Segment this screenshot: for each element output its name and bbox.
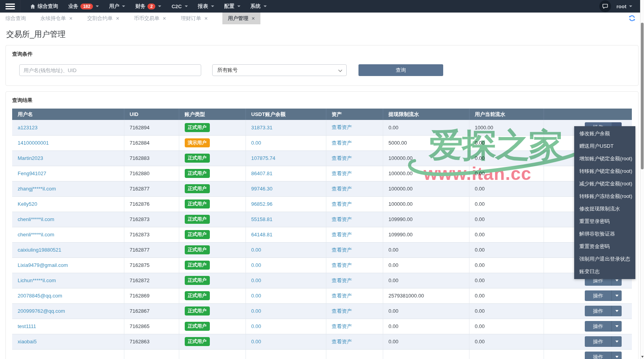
view-assets-link[interactable]: 查看资产	[332, 155, 352, 161]
asset-cell: 查看资产	[326, 288, 383, 303]
nav-item-users[interactable]: 用户	[104, 0, 130, 13]
view-assets-link[interactable]: 查看资产	[332, 323, 352, 329]
tab-4[interactable]: 理财订单✕	[181, 13, 208, 24]
usdt-balance-link[interactable]: 86407.81	[251, 170, 273, 176]
refresh-icon[interactable]	[629, 15, 635, 23]
usdt-balance-link[interactable]: 0.00	[251, 247, 261, 253]
action-button[interactable]: 操作	[585, 306, 611, 316]
action-caret-button[interactable]	[611, 352, 622, 359]
action-caret-button[interactable]	[611, 290, 622, 301]
username-link[interactable]: zhangj*****il.com	[18, 186, 56, 192]
current-flow-cell: 0.00	[469, 150, 544, 166]
view-assets-link[interactable]: 查看资产	[332, 247, 352, 253]
usdt-balance-link[interactable]: 0.00	[251, 323, 261, 329]
tab-1[interactable]: 永续持仓单✕	[40, 13, 73, 24]
user-menu[interactable]: root	[617, 4, 632, 9]
username-link[interactable]: Martin2023	[18, 155, 43, 161]
action-button[interactable]: 操作	[585, 336, 611, 347]
view-assets-link[interactable]: 查看资产	[332, 201, 352, 207]
action-menu-item-8[interactable]: 解绑谷歌验证器	[574, 228, 635, 240]
action-menu-item-2[interactable]: 增加账户锁定金额(root)	[574, 152, 635, 165]
usdt-balance-link[interactable]: 0.00	[251, 277, 261, 283]
username-link[interactable]: Feng941027	[18, 170, 46, 176]
nav-item-finance[interactable]: 财务2	[130, 0, 166, 13]
action-button[interactable]: 操作	[585, 290, 611, 301]
username-link[interactable]: chenli*****il.com	[18, 216, 54, 222]
action-menu-item-10[interactable]: 强制用户退出登录状态	[574, 253, 635, 265]
username-link[interactable]: 20078845@qq.com	[18, 293, 62, 299]
usdt-balance-link[interactable]: 0.00	[251, 262, 261, 268]
close-icon[interactable]: ✕	[204, 16, 208, 21]
chat-button[interactable]	[599, 0, 611, 12]
username-link[interactable]: test1111	[18, 323, 36, 329]
username-link[interactable]: 14100000001	[18, 140, 49, 146]
action-menu-item-4[interactable]: 减少账户锁定金额(root)	[574, 178, 635, 190]
username-link[interactable]: Lixia9479@gmail.com	[18, 262, 68, 268]
view-assets-link[interactable]: 查看资产	[332, 262, 352, 268]
close-icon[interactable]: ✕	[69, 16, 73, 21]
action-caret-button[interactable]	[611, 306, 622, 316]
action-button[interactable]: 操作	[585, 352, 611, 359]
usdt-balance-link[interactable]: 0.00	[251, 339, 261, 344]
view-assets-link[interactable]: 查看资产	[332, 216, 352, 222]
uid-cell: 7162875	[124, 257, 179, 273]
action-menu-item-11[interactable]: 账变日志	[574, 265, 635, 278]
view-assets-link[interactable]: 查看资产	[332, 308, 352, 314]
action-button[interactable]: 操作	[585, 321, 611, 332]
tab-5[interactable]: 用户管理✕	[222, 13, 260, 24]
usdt-balance-link[interactable]: 96852.96	[251, 201, 273, 207]
username-link[interactable]: Lichun*****il.com	[18, 277, 56, 283]
action-caret-button[interactable]	[611, 336, 622, 347]
asset-cell: 查看资产	[326, 334, 383, 349]
uid-cell: 7162865	[124, 319, 179, 334]
account-type-select[interactable]: 所有账号	[212, 64, 347, 76]
view-assets-link[interactable]: 查看资产	[332, 124, 352, 130]
search-button[interactable]: 查询	[358, 64, 443, 76]
usdt-balance-link[interactable]: 99746.30	[251, 186, 273, 192]
action-menu-item-9[interactable]: 重置资金密码	[574, 240, 635, 253]
username-link[interactable]: a123123	[18, 125, 38, 131]
username-link[interactable]: 200999762@qq.com	[18, 308, 65, 314]
nav-item-c2c[interactable]: C2C	[166, 0, 193, 13]
view-assets-link[interactable]: 查看资产	[332, 232, 352, 238]
action-menu-item-3[interactable]: 转移账户锁定金额(root)	[574, 165, 635, 178]
tab-3[interactable]: 币币交易单✕	[134, 13, 166, 24]
nav-item-overview[interactable]: 综合查询	[25, 0, 63, 13]
action-menu-item-5[interactable]: 转移账户冻结金额(root)	[574, 190, 635, 203]
usdt-balance-link[interactable]: 107875.74	[251, 155, 275, 161]
usdt-balance-link[interactable]: 31873.31	[251, 125, 273, 131]
username-link[interactable]: Kelly520	[18, 201, 37, 207]
view-assets-link[interactable]: 查看资产	[332, 186, 352, 192]
action-menu-item-7[interactable]: 重置登录密码	[574, 215, 635, 228]
nav-item-business[interactable]: 业务182	[63, 0, 104, 13]
scrollbar-thumb[interactable]	[641, 23, 644, 169]
username-link[interactable]: xiaobai5	[18, 339, 36, 344]
view-assets-link[interactable]: 查看资产	[332, 170, 352, 176]
search-input[interactable]	[19, 64, 201, 76]
action-caret-button[interactable]	[611, 321, 622, 332]
view-assets-link[interactable]: 查看资产	[332, 339, 352, 344]
action-menu-item-6[interactable]: 修改提现限制流水	[574, 203, 635, 215]
nav-item-system[interactable]: 系统	[246, 0, 272, 13]
username-link[interactable]: caixiuling19880521	[18, 247, 61, 253]
username-link[interactable]: chenli*****il.com	[18, 232, 54, 238]
nav-item-reports[interactable]: 报表	[193, 0, 219, 13]
usdt-balance-link[interactable]: 0.00	[251, 293, 261, 299]
nav-item-config[interactable]: 配置	[219, 0, 246, 13]
usdt-balance-link[interactable]: 55158.81	[251, 216, 273, 222]
tab-2[interactable]: 交割合约单✕	[87, 13, 119, 24]
close-icon[interactable]: ✕	[116, 16, 119, 21]
scrollbar-down-arrow[interactable]	[641, 356, 644, 358]
view-assets-link[interactable]: 查看资产	[332, 277, 352, 283]
action-menu-item-1[interactable]: 赠送用户USDT	[574, 140, 635, 152]
close-icon[interactable]: ✕	[251, 16, 255, 21]
view-assets-link[interactable]: 查看资产	[332, 140, 352, 146]
usdt-balance-link[interactable]: 0.00	[251, 308, 261, 314]
view-assets-link[interactable]: 查看资产	[332, 293, 352, 299]
close-icon[interactable]: ✕	[162, 16, 166, 21]
tab-0[interactable]: 综合查询	[5, 13, 26, 24]
usdt-balance-link[interactable]: 0.00	[251, 140, 261, 146]
action-menu-item-0[interactable]: 修改账户余额	[574, 127, 635, 140]
menu-toggle-button[interactable]	[0, 0, 20, 13]
usdt-balance-link[interactable]: 64148.81	[251, 232, 273, 238]
